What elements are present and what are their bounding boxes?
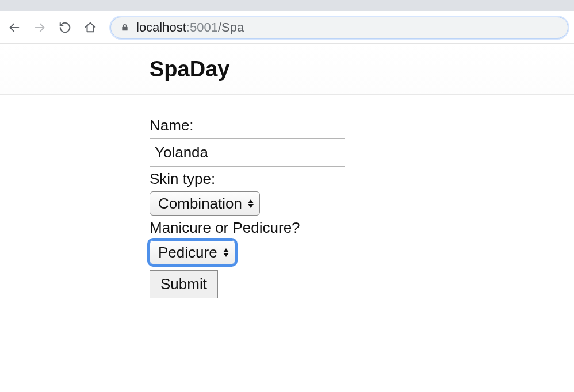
page-header: SpaDay: [0, 44, 574, 95]
url-port: :5001: [186, 20, 218, 34]
address-bar[interactable]: localhost:5001/Spa: [110, 17, 568, 39]
svg-marker-5: [223, 253, 229, 257]
tab-strip: [0, 0, 574, 11]
service-value: Pedicure: [158, 244, 217, 262]
url-host: localhost: [136, 20, 186, 34]
url-text: localhost:5001/Spa: [136, 20, 244, 35]
select-arrows-icon: [223, 248, 229, 257]
skin-type-select[interactable]: Combination: [150, 191, 260, 216]
page-title: SpaDay: [150, 57, 574, 82]
arrow-right-icon: [33, 21, 46, 34]
forward-button[interactable]: [31, 19, 48, 36]
browser-toolbar: localhost:5001/Spa: [0, 11, 574, 44]
home-button[interactable]: [82, 19, 99, 36]
service-row: Manicure or Pedicure? Pedicure: [150, 219, 574, 264]
name-label: Name:: [150, 117, 574, 134]
svg-marker-3: [248, 204, 254, 208]
reload-button[interactable]: [56, 19, 74, 36]
skin-type-label: Skin type:: [150, 170, 574, 188]
svg-marker-2: [248, 199, 254, 203]
submit-button[interactable]: Submit: [150, 270, 218, 298]
service-select[interactable]: Pedicure: [150, 240, 235, 264]
skin-type-value: Combination: [158, 195, 242, 213]
name-row: Name:: [150, 117, 574, 167]
select-arrows-icon: [248, 199, 254, 208]
home-icon: [84, 21, 97, 34]
back-button[interactable]: [6, 19, 23, 36]
arrow-left-icon: [8, 21, 21, 34]
url-path: /Spa: [218, 20, 244, 34]
reload-icon: [59, 21, 71, 34]
name-input[interactable]: [150, 138, 345, 167]
lock-icon: [120, 23, 129, 32]
skin-type-row: Skin type: Combination: [150, 170, 574, 216]
spa-form: Name: Skin type: Combination Manicure or…: [0, 95, 574, 298]
service-label: Manicure or Pedicure?: [150, 219, 574, 237]
svg-marker-4: [223, 248, 229, 252]
